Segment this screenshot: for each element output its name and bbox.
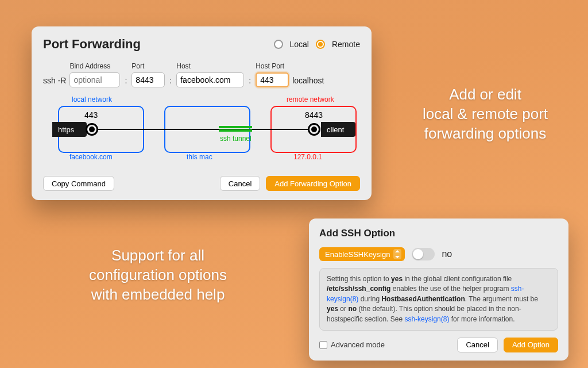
- host-port-input[interactable]: [256, 72, 289, 87]
- add-option-button[interactable]: Add Option: [504, 338, 558, 352]
- this-mac-label: this mac: [187, 153, 212, 161]
- client-chip: client: [321, 122, 355, 137]
- option-name-select[interactable]: EnableSSHKeysign: [319, 247, 405, 261]
- option-help-text: Setting this option to yes in the global…: [319, 268, 558, 331]
- ssh-tunnel-label: ssh tunnel: [220, 135, 252, 143]
- updown-icon: [393, 249, 401, 259]
- bind-address-label: Bind Address: [69, 62, 120, 70]
- remote-port-value: 8443: [305, 110, 323, 120]
- ssh-tunnel-line: [219, 126, 252, 128]
- port-input[interactable]: [131, 72, 165, 87]
- add-forwarding-option-button[interactable]: Add Forwarding Option: [266, 176, 360, 191]
- remote-network-label: remote network: [287, 95, 334, 103]
- colon-separator: :: [247, 76, 252, 87]
- cancel-button[interactable]: Cancel: [220, 176, 260, 191]
- advanced-mode-label: Advanced mode: [331, 340, 385, 349]
- colon-separator: :: [123, 76, 128, 87]
- local-port-value: 443: [84, 110, 98, 120]
- ssh-keysign-link[interactable]: ssh-keysign(8): [404, 315, 449, 323]
- forwarding-diagram: local network remote network ssh tunnel …: [47, 97, 357, 166]
- local-socket-icon: [86, 123, 98, 136]
- ssh-command-row: ssh -R Bind Address : Port : Host : Host…: [43, 62, 360, 87]
- cancel-button[interactable]: Cancel: [457, 338, 497, 352]
- bind-address-input[interactable]: [69, 72, 120, 87]
- remote-host-name: 127.0.0.1: [293, 153, 322, 161]
- https-chip: https: [52, 122, 87, 137]
- advanced-mode-checkbox[interactable]: [319, 341, 327, 349]
- copy-command-button[interactable]: Copy Command: [43, 176, 114, 191]
- port-label: Port: [131, 62, 165, 70]
- add-ssh-option-title: Add SSH Option: [319, 228, 558, 239]
- radio-remote-label: Remote: [332, 40, 360, 49]
- toggle-value-label: no: [442, 249, 452, 259]
- connection-line: [98, 129, 310, 130]
- radio-local[interactable]: [274, 40, 283, 49]
- option-value-toggle[interactable]: [412, 248, 435, 260]
- port-forwarding-title: Port Forwarding: [43, 37, 141, 52]
- ssh-command-prefix: ssh -R: [43, 76, 66, 87]
- local-network-label: local network: [72, 95, 112, 103]
- advanced-mode-row: Advanced mode: [319, 340, 385, 349]
- remote-socket-icon: [308, 123, 320, 136]
- radio-local-label: Local: [290, 40, 309, 49]
- host-port-label: Host Port: [256, 62, 289, 70]
- add-ssh-option-panel: Add SSH Option EnableSSHKeysign no Setti…: [309, 218, 568, 361]
- host-input[interactable]: [176, 72, 244, 87]
- local-host-name: facebook.com: [69, 153, 113, 161]
- ssh-command-suffix: localhost: [292, 76, 324, 87]
- forwarding-type-radio-group: Local Remote: [274, 40, 361, 49]
- option-name-value: EnableSSHKeysign: [325, 250, 390, 259]
- port-forwarding-panel: Port Forwarding Local Remote ssh -R Bind…: [32, 26, 372, 200]
- colon-separator: :: [168, 76, 173, 87]
- marketing-caption-2: Support for all configuration options wi…: [46, 246, 270, 304]
- host-label: Host: [176, 62, 244, 70]
- marketing-caption-1: Add or edit local & remote port forwardi…: [396, 85, 574, 143]
- radio-remote[interactable]: [316, 40, 325, 49]
